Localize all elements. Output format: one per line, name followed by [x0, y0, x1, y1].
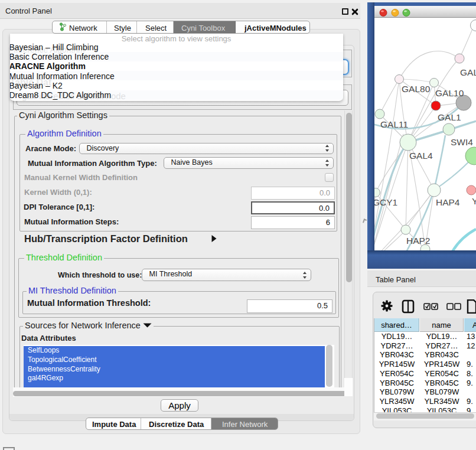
svg-text:HAP4: HAP4 — [436, 197, 460, 207]
svg-text:GAL1: GAL1 — [438, 112, 461, 122]
svg-text:Y: Y — [472, 196, 476, 206]
svg-text:SWI4: SWI4 — [451, 137, 473, 147]
svg-text:GAL80: GAL80 — [402, 84, 431, 94]
svg-text:GAL4: GAL4 — [409, 151, 433, 161]
svg-text:GAL10: GAL10 — [435, 88, 464, 98]
svg-text:GAL7: GAL7 — [460, 67, 476, 77]
svg-text:GCY1: GCY1 — [373, 197, 397, 207]
svg-text:HAP2: HAP2 — [406, 236, 431, 246]
svg-text:GAL11: GAL11 — [380, 119, 408, 129]
